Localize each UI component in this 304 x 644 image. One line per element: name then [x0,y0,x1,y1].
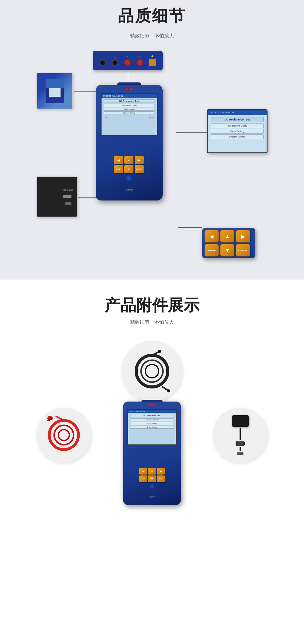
line-buttons [178,227,202,228]
red-cable-svg [44,415,84,455]
port-negative-i [99,59,106,66]
acc-screen-menu: DC Resistance Test Test Record Query Clo… [128,413,176,430]
port-negative-u [112,59,118,66]
acc-btn-down[interactable]: ▼ [148,475,156,482]
connector-bar: -I -U +I +U ⚡ [91,48,164,73]
screen-item-3: System Setting [104,111,154,114]
svg-point-2 [145,364,159,378]
top-title-section: 品质细节 [0,0,304,27]
acc-screen-item-2: Clock Setting [130,422,174,425]
btn-enter[interactable]: ENTER [114,165,123,173]
connector-box: -I -U +I +U ⚡ [93,51,163,70]
section-accessories: 产品附件展示 精致细节，不怕放大 [0,280,304,566]
top-title: 品质细节 [0,3,304,27]
screen-item-1: Test Record Query [104,104,154,107]
enlarge-date: 24/05/25 Tue. 14:00:24 [209,111,234,114]
acc-btn-right[interactable]: ▶ [157,468,165,475]
be-btn-left[interactable]: ◀ [205,230,219,242]
antenna-port [149,59,156,66]
device-main: 24/05/25 Tue. 14:00:24 DC Resistance Tes… [94,85,164,213]
acc-device-center: 24/05/25 Tu. 14:00 DC Resistance Test Te… [122,402,182,511]
acc-screen-item-1: Test Record Query [130,418,174,421]
screen-enlarge-header: 24/05/25 Tue. 14:00:24 [208,110,267,115]
device-screen: 24/05/25 Tue. 14:00:24 DC Resistance Tes… [101,93,158,136]
svg-point-6 [167,389,170,392]
acc-screen-date: 24/05/25 Tu. 14:00 [130,410,145,412]
acc-device-body: 24/05/25 Tu. 14:00 DC Resistance Test Te… [123,402,181,505]
enlarge-item-3: System Setting [211,134,264,139]
acc-device-logo: 万达电气 [149,496,155,498]
acc-btn-up[interactable]: ▲ [148,468,156,475]
svg-point-4 [158,350,161,353]
thumb-left-top [36,73,73,109]
acc-screen-item-3: System Setting [130,426,174,429]
acc-btn-cancel[interactable]: CAN [157,475,165,482]
screen-menu: DC Resistance Test Test Record Query Clo… [102,98,157,117]
screen-date: 24/05/25 Tue. 14:00:24 [103,95,125,97]
be-btn-up[interactable]: ▲ [220,230,234,242]
acc-btn-enter[interactable]: ENT [139,475,147,482]
btn-cancel[interactable]: CANCEL [135,165,144,173]
enlarge-item-1: Test Record Query [211,124,264,128]
be-btn-down[interactable]: ▼ [220,244,234,256]
line-screen-enlarge [176,132,207,133]
charger-img [232,415,249,455]
btn-up[interactable]: ▲ [124,156,133,164]
black-cable-svg [131,350,173,392]
accessories-layout: 24/05/25 Tu. 14:00 DC Resistance Test Te… [36,341,268,554]
btn-power[interactable] [126,175,132,181]
thumb-left-bottom: Ethernet [36,176,78,217]
svg-point-1 [141,360,163,382]
acc-device-buttons: ◀ ▲ ▶ ENT ▼ CAN [139,468,165,490]
acc-screen-title: DC Resistance Test [130,414,174,417]
btn-right[interactable]: ▶ [135,156,144,164]
section2-title: 产品附件展示 [0,295,304,316]
screen-header: 24/05/25 Tue. 14:00:24 [102,94,157,98]
acc-device-screen: 24/05/25 Tu. 14:00 DC Resistance Test Te… [127,409,177,445]
port-positive-u [136,59,143,66]
thumb-strap-inner [46,79,64,103]
section-detail: 精致细节，不怕放大 -I -U +I +U [0,27,304,280]
device-body: 24/05/25 Tue. 14:00:24 DC Resistance Tes… [96,85,163,200]
enlarge-title: DC Resistance Test [211,117,264,122]
thumb-ports-img: Ethernet [37,177,77,217]
device-logo: 万达电气 [126,189,133,191]
screen-enlarge: 24/05/25 Tue. 14:00:24 DC Resistance Tes… [207,109,268,153]
btn-down[interactable]: ▼ [124,165,133,173]
acc-btn-left[interactable]: ◀ [139,468,147,475]
screen-item-2: Clock Setting [104,108,154,111]
device-buttons: ◀ ▲ ▶ ENTER ▼ CANCEL [114,156,144,182]
be-btn-right[interactable]: ▶ [236,230,250,242]
buttons-enlarge: ◀ ▲ ▶ ENTER ▼ CANCEL [202,228,255,258]
screen-enlarge-body: DC Resistance Test Test Record Query Clo… [208,115,267,142]
section1-subtitle: 精致细节，不怕放大 [0,33,304,39]
acc-btn-power[interactable] [150,484,154,489]
port-positive-i [124,59,131,66]
thumb-straps-img [37,73,72,109]
screen-title: DC Resistance Test [104,99,154,103]
be-btn-cancel[interactable]: CANCEL [236,244,250,256]
acc-black-cable [122,341,182,402]
btn-left[interactable]: ◀ [114,156,123,164]
acc-charger [213,408,268,462]
be-btn-enter[interactable]: ENTER [205,244,219,256]
svg-point-8 [54,425,74,445]
section2-subtitle: 精致细节，不怕放大 [0,319,304,325]
detail-scene: -I -U +I +U ⚡ [36,48,268,267]
enlarge-item-2: Clock Setting [211,129,264,134]
svg-point-9 [58,430,69,440]
acc-red-cable [36,408,91,462]
acc-screen-header: 24/05/25 Tu. 14:00 [128,410,176,413]
